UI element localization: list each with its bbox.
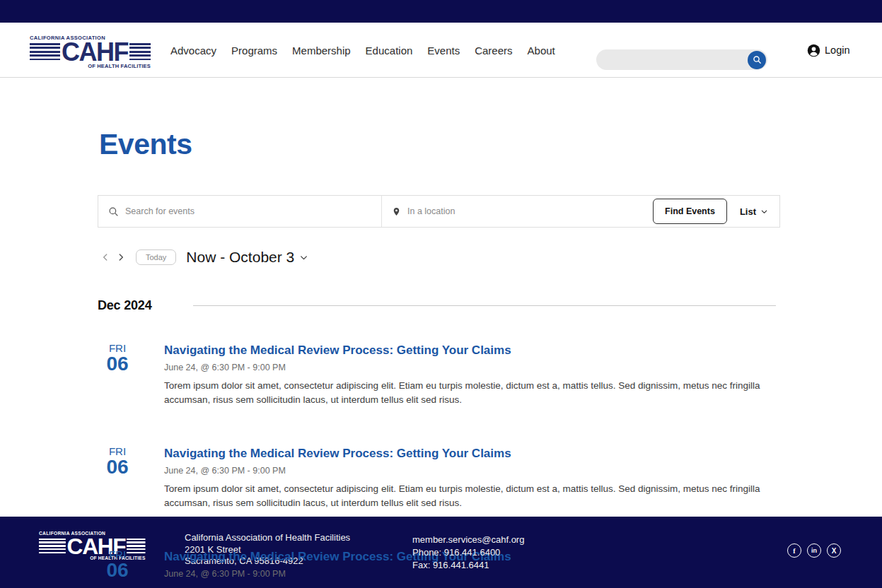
event-title-link[interactable]: Navigating the Medical Review Process: G… <box>164 343 774 358</box>
page-title: Events <box>99 128 192 161</box>
event-date: FRI 06 <box>98 548 137 588</box>
date-range-picker[interactable]: Now - October 3 <box>186 249 308 266</box>
divider <box>193 305 776 306</box>
keyword-field <box>98 196 381 227</box>
logo-bars-left <box>39 539 66 554</box>
nav-item-advocacy[interactable]: Advocacy <box>170 45 216 57</box>
login-label: Login <box>825 45 849 56</box>
search-icon <box>753 55 762 64</box>
event-item: FRI 06 Navigating the Medical Review Pro… <box>98 342 780 407</box>
nav-item-programs[interactable]: Programs <box>231 45 277 57</box>
logo-bars-right <box>129 43 151 61</box>
nav-item-events[interactable]: Events <box>427 45 460 57</box>
chevron-down-icon <box>760 208 768 216</box>
x-twitter-icon[interactable]: X <box>827 543 841 558</box>
nav-item-education[interactable]: Education <box>366 45 413 57</box>
event-item: FRI 06 Navigating the Medical Review Pro… <box>98 445 780 510</box>
cahf-logo[interactable]: CALIFORNIA ASSOCIATION CAHF OF HEALTH FA… <box>30 35 151 69</box>
event-title-link[interactable]: Navigating the Medical Review Process: G… <box>164 447 774 461</box>
facebook-icon[interactable]: f <box>787 543 801 558</box>
site-search-input[interactable] <box>596 49 767 70</box>
user-icon <box>807 44 820 57</box>
login-button[interactable]: Login <box>807 23 849 78</box>
chevron-right-icon <box>116 252 126 263</box>
event-datetime: June 24, @ 6:30 PM - 9:00 PM <box>164 363 774 372</box>
previous-events-button[interactable] <box>98 249 113 266</box>
logo-tagline-bottom: OF HEALTH FACILITIES <box>30 64 151 69</box>
site-header: CALIFORNIA ASSOCIATION CAHF OF HEALTH FA… <box>0 23 882 78</box>
logo-wordmark: CAHF <box>62 42 128 63</box>
find-events-button[interactable]: Find Events <box>653 199 727 224</box>
linkedin-icon[interactable]: in <box>807 543 821 558</box>
month-header: Dec 2024 <box>98 298 151 313</box>
footer-fax: Fax: 916.441.6441 <box>412 559 524 572</box>
event-keyword-input[interactable] <box>125 206 381 216</box>
event-day-number: 06 <box>98 457 137 477</box>
footer-phone: Phone: 916.441.6400 <box>412 546 524 559</box>
footer-email-link[interactable]: member.services@cahf.org <box>412 534 524 546</box>
event-date: FRI 06 <box>98 445 137 510</box>
date-navigation: Today Now - October 3 <box>98 249 308 266</box>
footer-org-name: California Association of Health Facilit… <box>185 532 350 544</box>
main-nav: Advocacy Programs Membership Education E… <box>170 23 555 78</box>
event-datetime: June 24, @ 6:30 PM - 9:00 PM <box>164 466 774 476</box>
site-search-button[interactable] <box>748 51 766 69</box>
event-description: Torem ipsum dolor sit amet, consectetur … <box>164 379 774 406</box>
chevron-left-icon <box>100 252 110 263</box>
today-button[interactable]: Today <box>136 249 176 265</box>
events-search-bar: Find Events List <box>98 195 780 228</box>
footer-social-links: f in X <box>787 543 841 558</box>
location-field <box>382 196 653 227</box>
date-range-label: Now - October 3 <box>186 249 294 266</box>
top-utility-bar <box>0 0 882 23</box>
logo-bars-left <box>30 43 60 61</box>
event-location-input[interactable] <box>407 206 653 216</box>
nav-item-membership[interactable]: Membership <box>292 45 351 57</box>
search-icon <box>108 206 119 217</box>
nav-item-about[interactable]: About <box>528 45 555 57</box>
event-day-number: 06 <box>98 560 137 580</box>
event-description: Torem ipsum dolor sit amet, consectetur … <box>164 585 774 588</box>
page: CALIFORNIA ASSOCIATION CAHF OF HEALTH FA… <box>0 0 882 588</box>
event-day-number: 06 <box>98 354 137 374</box>
next-events-button[interactable] <box>113 249 129 266</box>
site-search <box>596 49 767 70</box>
event-description: Torem ipsum dolor sit amet, consectetur … <box>164 482 774 510</box>
view-selector-label: List <box>740 206 756 217</box>
nav-item-careers[interactable]: Careers <box>475 45 512 57</box>
event-date: FRI 06 <box>98 342 137 407</box>
chevron-down-icon <box>299 253 308 262</box>
footer-contact: member.services@cahf.org Phone: 916.441.… <box>412 534 524 572</box>
location-pin-icon <box>392 206 401 217</box>
view-selector-dropdown[interactable]: List <box>740 206 768 217</box>
